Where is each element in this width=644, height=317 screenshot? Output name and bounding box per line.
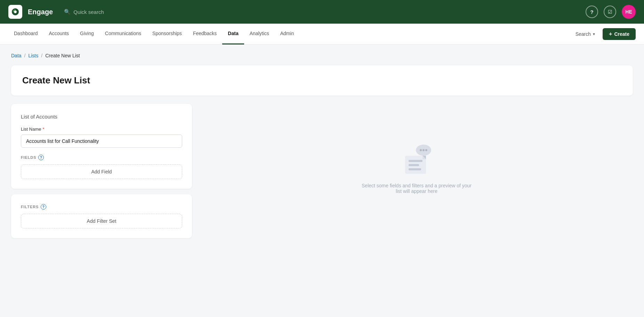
plus-icon: + [609, 31, 612, 37]
brand-name: Engage [28, 8, 53, 16]
svg-point-1 [420, 149, 422, 151]
quick-search-bar[interactable]: 🔍 Quick search [64, 9, 580, 15]
svg-rect-8 [409, 168, 421, 170]
page-title: Create New List [22, 75, 622, 86]
form-layout: List of Accounts List Name * FIELDS ? Ad [11, 104, 633, 238]
user-avatar[interactable]: HE [622, 5, 636, 19]
checklist-icon: ☑ [608, 9, 612, 15]
checklist-button[interactable]: ☑ [604, 6, 616, 18]
nav-item-giving[interactable]: Giving [74, 24, 99, 44]
svg-rect-7 [409, 164, 419, 166]
topbar-right-actions: ? ☑ HE [586, 5, 636, 19]
fields-section-label: FIELDS ? [21, 155, 182, 160]
create-button[interactable]: + Create [603, 28, 636, 40]
filters-section-label: FILTERS ? [21, 204, 182, 210]
help-icon: ? [590, 9, 593, 15]
nav-item-communications[interactable]: Communications [99, 24, 147, 44]
fields-section: FIELDS ? Add Field [21, 155, 182, 179]
fields-help-icon[interactable]: ? [38, 155, 44, 160]
preview-text: Select some fields and filters and a pre… [361, 183, 472, 194]
nav-item-data[interactable]: Data [222, 24, 244, 44]
nav-search-button[interactable]: Search ▾ [572, 29, 598, 39]
svg-point-3 [425, 149, 427, 151]
nav-item-sponsorships[interactable]: Sponsorships [147, 24, 187, 44]
app-logo [8, 5, 22, 19]
breadcrumb-lists[interactable]: Lists [28, 53, 38, 58]
nav-right-actions: Search ▾ + Create [572, 28, 636, 40]
chevron-down-icon: ▾ [593, 32, 595, 36]
breadcrumb: Data / Lists / Create New List [11, 53, 633, 58]
filters-help-icon[interactable]: ? [41, 204, 46, 210]
help-button[interactable]: ? [586, 6, 598, 18]
svg-rect-6 [409, 160, 422, 162]
form-right-panel: Select some fields and filters and a pre… [200, 104, 633, 229]
nav-item-admin[interactable]: Admin [275, 24, 300, 44]
nav-item-feedbacks[interactable]: Feedbacks [187, 24, 222, 44]
required-indicator: * [43, 127, 45, 132]
list-name-input[interactable] [21, 135, 182, 148]
form-left-panel: List of Accounts List Name * FIELDS ? Ad [11, 104, 192, 238]
breadcrumb-current: Create New List [45, 53, 80, 58]
search-icon: 🔍 [64, 9, 71, 15]
nav-items: Dashboard Accounts Giving Communications… [8, 24, 572, 44]
add-filter-set-button[interactable]: Add Filter Set [21, 214, 182, 228]
breadcrumb-sep-1: / [24, 53, 26, 58]
nav-item-accounts[interactable]: Accounts [43, 24, 75, 44]
preview-illustration [397, 139, 436, 177]
list-form-card: List of Accounts List Name * FIELDS ? Ad [11, 104, 192, 189]
list-name-field-group: List Name * [21, 127, 182, 148]
list-name-label: List Name * [21, 127, 182, 132]
main-nav: Dashboard Accounts Giving Communications… [0, 24, 644, 44]
svg-point-2 [422, 149, 425, 151]
filters-form-card: FILTERS ? Add Filter Set [11, 194, 192, 238]
page-content: Data / Lists / Create New List Create Ne… [0, 44, 644, 246]
nav-item-analytics[interactable]: Analytics [244, 24, 275, 44]
page-title-card: Create New List [11, 65, 633, 96]
breadcrumb-sep-2: / [41, 53, 42, 58]
preview-area: Select some fields and filters and a pre… [361, 139, 472, 194]
add-field-button[interactable]: Add Field [21, 164, 182, 179]
quick-search-label: Quick search [73, 9, 104, 15]
section-subtitle: List of Accounts [21, 114, 182, 120]
breadcrumb-data[interactable]: Data [11, 53, 22, 58]
topbar: Engage 🔍 Quick search ? ☑ HE [0, 0, 644, 24]
nav-search-label: Search [575, 31, 591, 37]
nav-item-dashboard[interactable]: Dashboard [8, 24, 43, 44]
